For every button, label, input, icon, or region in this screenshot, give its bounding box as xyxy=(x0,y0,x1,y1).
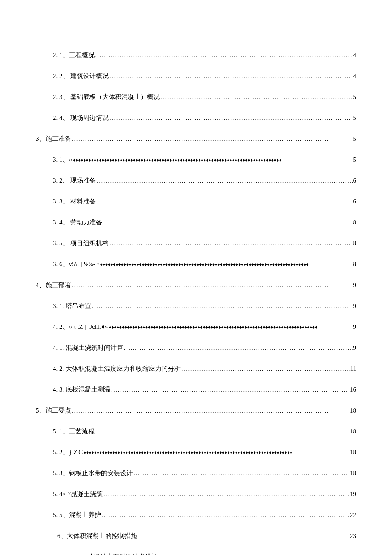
toc-entry: 4、施工部署..................................… xyxy=(36,281,356,289)
toc-entry: 5. 1、工艺流程...............................… xyxy=(36,427,356,436)
toc-page-number: 18 xyxy=(350,428,356,435)
toc-page-number: 23 xyxy=(350,532,356,540)
toc-page-number: 8 xyxy=(353,261,357,268)
toc-page-number: 6 xyxy=(353,198,357,205)
toc-entry: 2. 3、 基础底板（大体积混凝土）概况 ...................… xyxy=(36,93,356,101)
toc-entry: 5、施工要点..................................… xyxy=(36,407,356,415)
toc-page-number: 5 xyxy=(353,93,357,101)
toc-leader-dots: ........................................… xyxy=(71,407,350,414)
toc-entry: 4. 1. 混凝土浇筑时间计算 ........................… xyxy=(36,344,356,352)
toc-entry: 4. 2、// ι tZ | ˆJcl1.♦»♦♦♦♦♦♦♦♦♦♦♦♦♦♦♦♦♦… xyxy=(36,323,356,331)
toc-entry: 3. 1. 塔吊布置..............................… xyxy=(36,302,356,310)
toc-label: 5. 3、钢板止水带的安装设计 xyxy=(53,469,133,477)
toc-leader-diamonds: ♦♦♦♦♦♦♦♦♦♦♦♦♦♦♦♦♦♦♦♦♦♦♦♦♦♦♦♦♦♦♦♦♦♦♦♦♦♦♦♦… xyxy=(99,262,353,268)
toc-entry: 4. 3. 底板混凝土测温 ..........................… xyxy=(36,386,356,394)
toc-label: 3. 3、 材料准备 xyxy=(53,198,96,206)
toc-page-number: 5 xyxy=(353,156,357,163)
toc-entry: 5. 3、钢板止水带的安装设计 ........................… xyxy=(36,469,356,477)
toc-entry: 3、施工准备..................................… xyxy=(36,135,356,143)
toc-page-number: 22 xyxy=(350,511,356,519)
toc-entry: 3. 3、 材料准备 .............................… xyxy=(36,198,356,206)
toc-label: 6. 1、 从设计方面采取技术措施 xyxy=(70,553,158,555)
toc-leader-dots: ........................................… xyxy=(181,366,350,372)
toc-label: 3. 5、 项目组织机构 xyxy=(53,239,109,247)
toc-page-number: 9 xyxy=(353,282,357,289)
toc-entry: 3. 6、v5\! | ⅛⅛- •♦♦♦♦♦♦♦♦♦♦♦♦♦♦♦♦♦♦♦♦♦♦♦… xyxy=(36,260,356,268)
toc-label: 4. 3. 底板混凝土测温 xyxy=(53,386,110,394)
toc-label: 3. 1. 塔吊布置 xyxy=(53,302,91,310)
toc-entry: 3. 1、«♦♦♦♦♦♦♦♦♦♦♦♦♦♦♦♦♦♦♦♦♦♦♦♦♦♦♦♦♦♦♦♦♦♦… xyxy=(36,156,356,164)
toc-page-number: 18 xyxy=(350,407,356,414)
toc-label: 3. 6、v5\! | ⅛⅛- • xyxy=(53,260,99,268)
toc-label: 4. 2. 大体积混凝土温度应力和收缩应力的分析 xyxy=(53,365,181,373)
toc-label: 2. 2、 建筑设计概况 xyxy=(53,72,109,80)
toc-page-number: 11 xyxy=(350,365,356,372)
toc-entry: 5. 2、} Z'C ♦♦♦♦♦♦♦♦♦♦♦♦♦♦♦♦♦♦♦♦♦♦♦♦♦♦♦♦♦… xyxy=(36,448,356,456)
toc-page-number: 5 xyxy=(353,135,357,142)
toc-page-number: 16 xyxy=(350,386,356,393)
toc-leader-dots: ........................................… xyxy=(96,177,353,184)
toc-page-number: 8 xyxy=(353,240,357,247)
toc-label: 2. 4、 现场周边情况 xyxy=(53,114,109,122)
toc-entry: 2. 2、 建筑设计概况 ...........................… xyxy=(36,72,356,80)
toc-label: 5. 4> 7昆凝土浇筑 xyxy=(53,490,103,498)
toc-page-number: 9 xyxy=(353,323,357,331)
toc-leader-diamonds: ♦♦♦♦♦♦♦♦♦♦♦♦♦♦♦♦♦♦♦♦♦♦♦♦♦♦♦♦♦♦♦♦♦♦♦♦♦♦♦♦… xyxy=(108,324,353,331)
toc-page-number: 9 xyxy=(353,344,357,352)
toc-label: 3. 2、 现场准备 xyxy=(53,177,96,185)
toc-page-number: 5 xyxy=(353,114,357,122)
toc-entry: 6、大体积混凝土的控制措施23 xyxy=(36,532,356,540)
toc-leader-dots: ........................................… xyxy=(109,240,353,247)
toc-page-number: 4 xyxy=(353,52,357,59)
toc-leader-dots: ........................................… xyxy=(101,512,350,519)
document-page: 2. 1、工程概况 ..............................… xyxy=(0,0,392,555)
toc-page-number: 19 xyxy=(350,491,356,498)
toc-label: 5、施工要点 xyxy=(36,407,71,415)
toc-label: 3、施工准备 xyxy=(36,135,71,143)
toc-leader-dots: ........................................… xyxy=(133,470,350,477)
toc-leader-diamonds: ♦♦♦♦♦♦♦♦♦♦♦♦♦♦♦♦♦♦♦♦♦♦♦♦♦♦♦♦♦♦♦♦♦♦♦♦♦♦♦♦… xyxy=(83,450,350,456)
toc-entry: 6. 1、 从设计方面采取技术措施 ......................… xyxy=(36,553,356,555)
toc-label: 4. 2、// ι tZ | ˆJcl1.♦» xyxy=(53,323,108,331)
toc-label: 3. 4、 劳动力准备 xyxy=(53,218,102,227)
toc-entry: 2. 4、 现场周边情况 ...........................… xyxy=(36,114,356,122)
toc-label: 5. 2、} Z'C xyxy=(53,448,83,456)
toc-leader-dots: ........................................… xyxy=(71,282,353,289)
toc-leader-dots: ........................................… xyxy=(91,303,353,310)
toc-entry: 5. 4> 7昆凝土浇筑............................… xyxy=(36,490,356,498)
toc-leader-dots: ........................................… xyxy=(110,386,350,393)
toc-label: 4. 1. 混凝土浇筑时间计算 xyxy=(53,344,123,352)
toc-entry: 3. 4、 劳动力准备 ............................… xyxy=(36,218,356,227)
toc-page-number: 4 xyxy=(353,73,357,80)
table-of-contents: 2. 1、工程概况 ..............................… xyxy=(36,51,356,555)
toc-entry: 2. 1、工程概况 ..............................… xyxy=(36,51,356,59)
toc-page-number: 18 xyxy=(350,470,356,477)
toc-leader-dots: ........................................… xyxy=(160,94,353,101)
toc-page-number: 8 xyxy=(353,219,357,226)
toc-entry: 3. 5、 项目组织机构 ...........................… xyxy=(36,239,356,247)
toc-entry: 3. 2、 现场准备 .............................… xyxy=(36,177,356,185)
toc-entry: 4. 2. 大体积混凝土温度应力和收缩应力的分析 ...............… xyxy=(36,365,356,373)
toc-label: 2. 1、工程概况 xyxy=(53,51,95,59)
toc-leader-dots: ........................................… xyxy=(71,136,353,142)
toc-leader-dots: ........................................… xyxy=(102,219,353,226)
toc-label: 3. 1、« xyxy=(53,156,72,164)
toc-page-number: 18 xyxy=(350,449,356,456)
toc-leader-dots: ........................................… xyxy=(96,198,353,205)
toc-label: 2. 3、 基础底板（大体积混凝土）概况 xyxy=(53,93,160,101)
toc-label: 4、施工部署 xyxy=(36,281,71,289)
toc-label: 5. 5、混凝土养护 xyxy=(53,511,101,519)
toc-label: 5. 1、工艺流程 xyxy=(53,427,95,436)
toc-entry: 5. 5、混凝土养护 .............................… xyxy=(36,511,356,519)
toc-page-number: 9 xyxy=(353,302,357,310)
toc-leader-dots: ........................................… xyxy=(95,52,353,59)
toc-leader-dots: ........................................… xyxy=(95,428,350,435)
toc-page-number: 6 xyxy=(353,177,357,184)
toc-leader-dots: ........................................… xyxy=(103,491,350,498)
toc-page-number: 23 xyxy=(350,553,356,555)
toc-leader-dots: ........................................… xyxy=(109,73,353,80)
toc-label: 6、大体积混凝土的控制措施 xyxy=(57,532,137,540)
toc-leader-diamonds: ♦♦♦♦♦♦♦♦♦♦♦♦♦♦♦♦♦♦♦♦♦♦♦♦♦♦♦♦♦♦♦♦♦♦♦♦♦♦♦♦… xyxy=(72,157,353,163)
toc-leader-dots: ........................................… xyxy=(123,345,353,352)
toc-leader-dots: ........................................… xyxy=(109,115,353,122)
